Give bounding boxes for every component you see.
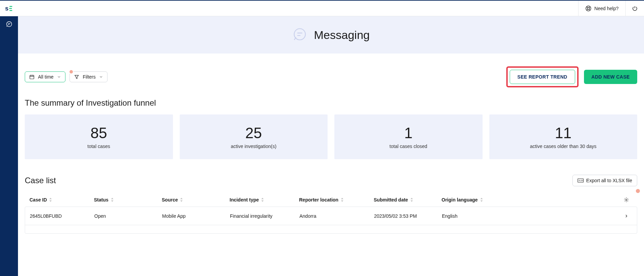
card-value: 1 [404, 125, 412, 142]
summary-card: 1 total cases closed [334, 114, 483, 159]
column-incident-type[interactable]: Incident type [230, 197, 299, 203]
hero-message-icon [292, 27, 307, 42]
calendar-icon [29, 74, 35, 80]
power-icon [632, 5, 638, 12]
sort-icon [261, 198, 264, 202]
column-reporter-location[interactable]: Reporter location [299, 197, 374, 203]
column-label: Case ID [30, 197, 47, 203]
card-label: total cases [87, 144, 110, 149]
highlight-box: SEE REPORT TREND [506, 66, 579, 87]
sort-icon [111, 198, 114, 202]
card-label: active investigation(s) [231, 144, 276, 149]
table-body: 2645L0BFUBD Open Mobile App Financial ir… [25, 207, 637, 234]
card-label: total cases closed [390, 144, 427, 149]
svg-text:XLSX: XLSX [579, 179, 583, 182]
column-submitted-date[interactable]: Submitted date [374, 197, 442, 203]
sort-icon [480, 198, 483, 202]
cell-reporter-location: Andorra [299, 213, 374, 219]
chevron-right-icon [624, 214, 629, 218]
sort-icon [49, 198, 52, 202]
add-new-case-label: ADD NEW CASE [591, 74, 630, 80]
card-value: 11 [555, 125, 571, 142]
need-help-label: Need help? [594, 6, 619, 11]
table-head: Case ID Status Source Incident type [25, 193, 637, 207]
help-icon [585, 5, 591, 12]
cell-status: Open [94, 213, 162, 219]
column-label: Status [94, 197, 109, 203]
filter-right: SEE REPORT TREND ADD NEW CASE [506, 66, 637, 87]
gear-icon [624, 197, 629, 203]
message-icon [6, 21, 13, 28]
export-label: Export all to XLSX file [586, 178, 632, 183]
column-case-id[interactable]: Case ID [30, 197, 94, 203]
column-label: Incident type [230, 197, 259, 203]
table-row-empty [25, 225, 637, 233]
column-label: Reporter location [299, 197, 338, 203]
summary-card: 85 total cases [25, 114, 173, 159]
add-new-case-button[interactable]: ADD NEW CASE [584, 70, 637, 84]
cell-source: Mobile App [162, 213, 230, 219]
table-row[interactable]: 2645L0BFUBD Open Mobile App Financial ir… [25, 207, 637, 225]
sidebar: s [0, 1, 18, 276]
column-source[interactable]: Source [162, 197, 230, 203]
table-settings[interactable] [509, 197, 632, 203]
card-value: 25 [245, 125, 262, 142]
column-label: Origin language [442, 197, 478, 203]
column-status[interactable]: Status [94, 197, 162, 203]
svg-text:s: s [5, 5, 8, 12]
topbar: Need help? [18, 1, 644, 16]
hero: Messaging [18, 16, 644, 54]
sort-icon [180, 198, 183, 202]
card-value: 85 [91, 125, 107, 142]
see-report-trend-button[interactable]: SEE REPORT TREND [510, 70, 575, 84]
power-button[interactable] [625, 1, 644, 16]
chevron-down-icon [57, 75, 61, 79]
cell-submitted-date: 2023/05/02 3:53 PM [374, 213, 442, 219]
need-help-button[interactable]: Need help? [578, 1, 625, 16]
cell-origin-language: English [442, 213, 510, 219]
filter-row: All time Filters [25, 66, 637, 87]
column-origin-language[interactable]: Origin language [442, 197, 509, 203]
filter-left: All time Filters [25, 71, 108, 82]
indicator-dot [635, 188, 641, 194]
see-report-trend-label: SEE REPORT TREND [518, 74, 567, 80]
svg-rect-5 [30, 75, 34, 79]
card-label: active cases older than 30 days [530, 144, 597, 149]
sidebar-nav [0, 16, 18, 33]
filter-icon [74, 74, 79, 80]
logo[interactable]: s [0, 1, 18, 16]
column-label: Source [162, 197, 178, 203]
cell-incident-type: Financial irregularity [230, 213, 299, 219]
time-filter-label: All time [38, 74, 54, 80]
cell-case-id: 2645L0BFUBD [30, 213, 94, 219]
column-label: Submitted date [374, 197, 408, 203]
summary-card: 25 active investigation(s) [180, 114, 328, 159]
svg-point-8 [626, 199, 627, 200]
sort-icon [410, 198, 413, 202]
time-filter-button[interactable]: All time [25, 71, 65, 82]
sort-icon [340, 198, 344, 202]
xlsx-icon: XLSX [578, 178, 584, 183]
summary-title: The summary of Investigation funnel [25, 98, 637, 108]
main: Need help? Messaging [18, 1, 644, 276]
row-expand[interactable] [510, 214, 632, 218]
filters-label: Filters [83, 74, 96, 80]
export-button[interactable]: XLSX Export all to XLSX file [572, 175, 637, 186]
filters-button[interactable]: Filters [70, 71, 108, 82]
case-list-title: Case list [25, 176, 56, 185]
case-table: Case ID Status Source Incident type [25, 193, 637, 234]
indicator-dot [69, 69, 74, 74]
content: All time Filters [18, 54, 644, 234]
summary-card: 11 active cases older than 30 days [489, 114, 638, 159]
sidebar-item-messaging[interactable] [0, 16, 18, 33]
svg-point-3 [587, 7, 589, 9]
case-list-header: Case list XLSX Export all to XLSX file [25, 175, 637, 186]
page-title: Messaging [314, 28, 370, 42]
summary-cards: 85 total cases 25 active investigation(s… [25, 114, 637, 159]
logo-icon: s [5, 4, 13, 13]
chevron-down-icon [99, 75, 103, 79]
